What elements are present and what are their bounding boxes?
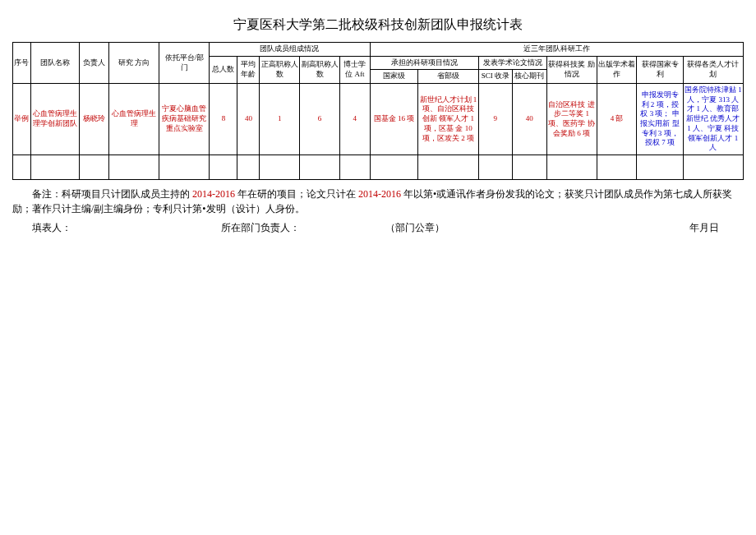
table-row: 举例 心血管病理生 理学创新团队 杨晓玲 心血管病理生理 宁夏心脑血管 疾病基础… — [13, 84, 744, 155]
cell-patent: 申报发明专 利 2 项，授 权 3 项； 申报实用新 型专利 3 项， 授权 7… — [637, 84, 683, 155]
footer-seal: （部门公章） — [366, 221, 596, 235]
header-row-1: 序号 团队名称 负责人 研究 方向 依托平台/部 门 团队成员组成情况 近三年团… — [13, 43, 744, 57]
cell-leader: 杨晓玲 — [79, 84, 109, 155]
h-senior: 正高职称人数 — [260, 56, 300, 83]
cell-seq: 举例 — [13, 84, 31, 155]
notes-text: 备注：科研项目只计团队成员主持的 2014-2016 年在研的项目；论文只计在 … — [12, 187, 744, 216]
table-row-empty — [13, 155, 744, 179]
h-provincial: 省部级 — [418, 70, 478, 84]
notes-year2: 2014-2016 — [358, 188, 401, 200]
notes-mid1: 年在研的项目；论文只计在 — [235, 188, 358, 200]
h-leader: 负责人 — [79, 43, 109, 84]
h-recent-group: 近三年团队科研工作 — [370, 43, 743, 57]
h-core: 核心期刊 — [513, 70, 547, 84]
notes-pre: 备注：科研项目只计团队成员主持的 — [32, 188, 192, 200]
h-award: 获得科技奖 励情况 — [546, 56, 597, 83]
h-national: 国家级 — [370, 70, 418, 84]
cell-deputy: 6 — [300, 84, 340, 155]
h-team: 团队名称 — [30, 43, 79, 84]
report-table: 序号 团队名称 负责人 研究 方向 依托平台/部 门 团队成员组成情况 近三年团… — [12, 42, 744, 180]
notes-year1: 2014-2016 — [192, 188, 235, 200]
h-book: 出版学术着 作 — [597, 56, 637, 83]
footer-filler: 填表人： — [12, 221, 201, 235]
cell-talent: 国务院特殊津贴 1 人，宁夏 313 人才 1 人、教育部新世纪 优秀人才 1 … — [683, 84, 743, 155]
cell-total: 8 — [210, 84, 237, 155]
cell-phd: 4 — [340, 84, 371, 155]
page-title: 宁夏医科大学第二批校级科技创新团队申报统计表 — [12, 16, 744, 34]
h-talent: 获得各类人才计划 — [683, 56, 743, 83]
cell-award: 自治区科技 进步二等奖 1 项、医药学 协会奖励 6 项 — [546, 84, 597, 155]
h-direction: 研究 方向 — [109, 43, 159, 84]
cell-direction: 心血管病理生理 — [109, 84, 159, 155]
cell-provincial: 新世纪人才计划 1 项、自治区科技创新 领军人才 1 项，区基 金 10 项，区… — [418, 84, 478, 155]
footer-row: 填表人： 所在部门负责人： （部门公章） 年月日 — [12, 221, 744, 235]
footer-dept-leader: 所在部门负责人： — [201, 221, 366, 235]
h-paper-group: 发表学术论文情况 — [478, 56, 546, 70]
h-seq: 序号 — [13, 43, 31, 84]
cell-book: 4 部 — [597, 84, 637, 155]
cell-team: 心血管病理生 理学创新团队 — [30, 84, 79, 155]
h-sci: SCI 收录 — [478, 70, 513, 84]
h-patent: 获得国家专 利 — [637, 56, 683, 83]
h-age: 平均 年龄 — [237, 56, 260, 83]
cell-platform: 宁夏心脑血管 疾病基础研究 重点实验室 — [159, 84, 210, 155]
cell-sci: 9 — [478, 84, 513, 155]
footer-date: 年月日 — [596, 221, 744, 235]
h-total: 总人数 — [210, 56, 237, 83]
h-project-group: 承担的科研项目情况 — [370, 56, 478, 70]
h-platform: 依托平台/部 门 — [159, 43, 210, 84]
h-phd: 博士学位 Aft — [340, 56, 371, 83]
cell-core: 40 — [513, 84, 547, 155]
cell-national: 国基金 16 项 — [370, 84, 418, 155]
h-deputy: 副高职称人 数 — [300, 56, 340, 83]
cell-senior: 1 — [260, 84, 300, 155]
h-member-group: 团队成员组成情况 — [210, 43, 370, 57]
cell-age: 40 — [237, 84, 260, 155]
